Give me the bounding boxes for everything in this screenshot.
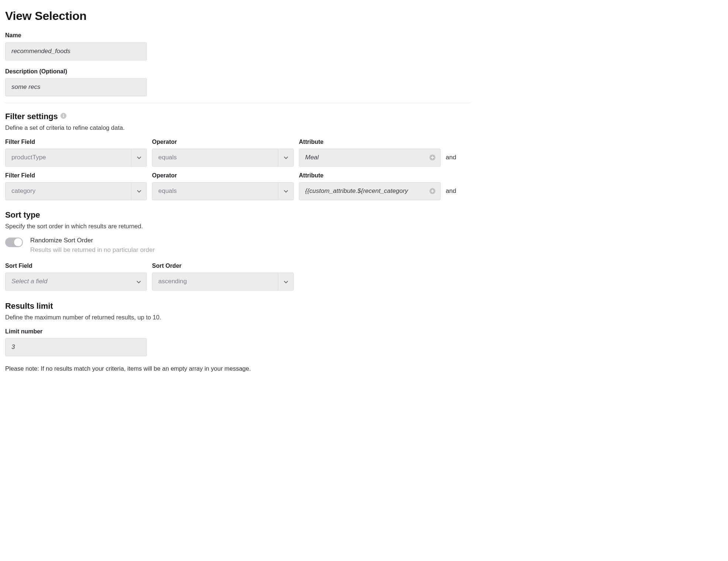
chevron-down-icon [278,273,293,290]
sort-grid: Sort Field Select a field Sort Order asc… [5,262,470,291]
chevron-down-icon [278,183,293,200]
filter-field-label: Filter Field [5,171,147,180]
plus-circle-icon[interactable] [429,154,436,161]
randomize-toggle[interactable] [5,238,23,247]
operator-value: equals [152,183,278,200]
description-input[interactable]: some recs [5,78,147,96]
view-selection-form: View Selection Name recommended_foods De… [5,7,470,373]
sort-field-label: Sort Field [5,262,147,270]
description-input-value: some recs [11,83,40,92]
results-limit-title: Results limit [5,300,470,312]
attribute-label: Attribute [299,171,441,180]
filter-settings-desc: Define a set of criteria to refine catal… [5,124,470,132]
operator-value: equals [152,149,278,166]
operator-select[interactable]: equals [152,182,294,200]
filter-field-value: category [6,183,131,200]
svg-rect-5 [431,157,434,158]
filter-field-value: productType [6,149,131,166]
filter-field-select[interactable]: category [5,182,147,200]
description-label: Description (Optional) [5,67,470,76]
name-label: Name [5,31,470,39]
toggle-knob [14,238,22,246]
results-limit-desc: Define the maximum number of returned re… [5,313,470,322]
chevron-down-icon [131,183,146,200]
results-limit-section: Results limit Define the maximum number … [5,300,470,373]
filter-row: Filter Field productType Operator equals [5,138,470,167]
description-field-group: Description (Optional) some recs [5,67,470,96]
filter-row: Filter Field category Operator equals [5,171,470,200]
svg-rect-1 [63,115,64,117]
filter-settings-section: Filter settings Define a set of criteria… [5,111,470,200]
sort-order-value: ascending [152,273,278,290]
sort-type-desc: Specify the sort order in which results … [5,222,470,231]
filter-connector: and [446,182,465,200]
operator-label: Operator [152,171,294,180]
limit-number-label: Limit number [5,327,470,336]
randomize-text: Randomize Sort Order Results will be ret… [30,236,155,255]
section-divider [5,103,470,103]
operator-label: Operator [152,138,294,146]
sort-field-placeholder: Select a field [6,273,131,290]
name-input[interactable]: recommended_foods [5,42,147,60]
name-input-value: recommended_foods [11,47,70,56]
attribute-value: {{custom_attribute.${recent_category [305,187,408,196]
randomize-title: Randomize Sort Order [30,236,155,245]
filter-field-label: Filter Field [5,138,147,146]
sort-order-select[interactable]: ascending [152,273,294,291]
operator-select[interactable]: equals [152,149,294,167]
sort-type-title: Sort type [5,209,470,221]
filter-field-select[interactable]: productType [5,149,147,167]
chevron-down-icon [131,273,146,290]
limit-number-input[interactable]: 3 [5,338,147,356]
sort-order-label: Sort Order [152,262,294,270]
randomize-row: Randomize Sort Order Results will be ret… [5,236,470,255]
filter-connector: and [446,149,465,167]
sort-field-select[interactable]: Select a field [5,273,147,291]
svg-point-2 [63,114,64,115]
chevron-down-icon [131,149,146,166]
attribute-value: Meal [305,153,319,162]
attribute-label: Attribute [299,138,441,146]
filter-settings-title: Filter settings [5,111,58,122]
chevron-down-icon [278,149,293,166]
limit-number-value: 3 [11,343,15,352]
sort-type-section: Sort type Specify the sort order in whic… [5,209,470,291]
page-title: View Selection [5,7,470,24]
randomize-subtitle: Results will be returned in no particula… [30,246,155,255]
name-field-group: Name recommended_foods [5,31,470,60]
svg-rect-8 [431,191,434,192]
attribute-input[interactable]: Meal [299,149,441,167]
plus-circle-icon[interactable] [429,188,436,194]
results-note: Please note: If no results match your cr… [5,364,470,373]
info-icon[interactable] [60,112,67,119]
attribute-input[interactable]: {{custom_attribute.${recent_category [299,182,441,200]
